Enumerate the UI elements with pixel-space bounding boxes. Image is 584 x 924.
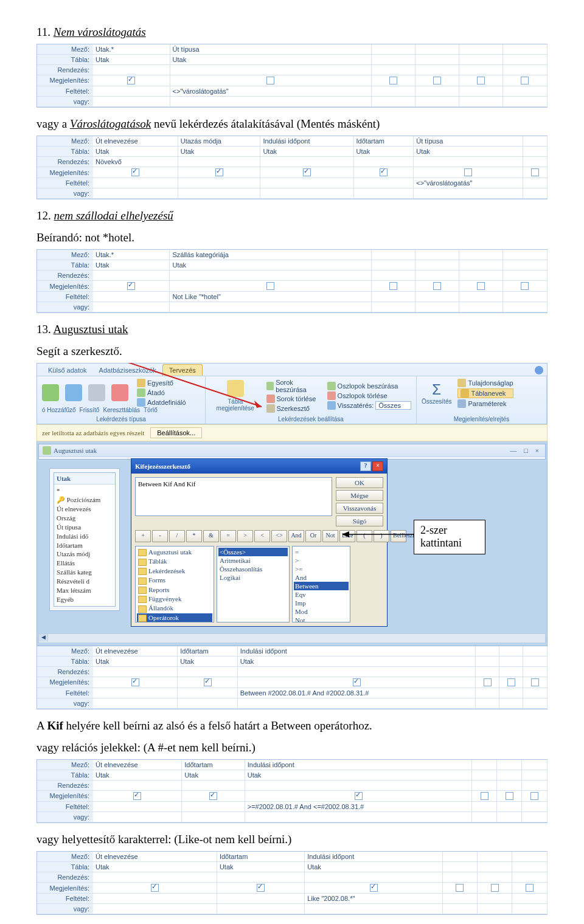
grid-cell[interactable] bbox=[415, 250, 459, 260]
category-item[interactable]: Összehasonlítás bbox=[218, 565, 288, 573]
operator-item[interactable]: Imp bbox=[294, 599, 349, 607]
grid-cell[interactable] bbox=[503, 270, 547, 280]
grid-cell[interactable] bbox=[476, 646, 499, 657]
show-checkbox[interactable] bbox=[266, 77, 274, 84]
expression-operator-list[interactable]: =>>=AndBetweenEqvImpModNotOrXor bbox=[292, 546, 350, 622]
op-button[interactable]: Or bbox=[305, 530, 321, 542]
insert-rows-cmd[interactable]: Sorok beszúrása bbox=[266, 379, 321, 393]
show-checkbox[interactable] bbox=[389, 282, 397, 290]
grid-cell[interactable] bbox=[512, 852, 547, 862]
tree-item[interactable]: Állandók bbox=[137, 604, 212, 613]
show-checkbox[interactable] bbox=[204, 678, 212, 686]
grid-cell[interactable] bbox=[178, 188, 260, 199]
grid-cell[interactable] bbox=[414, 156, 523, 167]
show-checkbox[interactable] bbox=[484, 678, 492, 686]
delete-cols-cmd[interactable]: Oszlopok törlése bbox=[327, 391, 411, 400]
hscrollbar[interactable]: ◀ bbox=[38, 633, 546, 643]
datadef-cmd[interactable]: Adatdefiniáló bbox=[137, 398, 186, 407]
op-button[interactable]: Beillesztés bbox=[391, 530, 406, 542]
grid-cell[interactable] bbox=[93, 904, 217, 914]
grid-cell[interactable] bbox=[415, 270, 459, 280]
dlg-undo-button[interactable]: Visszavonás bbox=[336, 503, 383, 514]
return-cmd[interactable]: Visszatérés: Összes bbox=[327, 401, 411, 410]
grid-cell[interactable] bbox=[415, 44, 459, 55]
grid-cell[interactable] bbox=[305, 904, 443, 914]
grid-cell[interactable] bbox=[523, 656, 547, 666]
grid-cell[interactable]: Utak.* bbox=[93, 250, 170, 260]
dialog-close-icon[interactable]: × bbox=[372, 461, 383, 471]
grid-cell[interactable]: Út elnevezése bbox=[93, 852, 217, 862]
op-button[interactable]: < bbox=[254, 530, 270, 542]
show-checkbox[interactable] bbox=[456, 884, 464, 892]
grid-cell[interactable]: Utak.* bbox=[93, 44, 170, 55]
grid-cell[interactable] bbox=[523, 178, 547, 188]
grid-cell[interactable] bbox=[182, 802, 245, 812]
grid-cell[interactable]: Időtartam bbox=[217, 852, 304, 862]
grid-cell[interactable]: Between #2002.08.01.# And #2002.08.31.# bbox=[237, 688, 476, 698]
grid-cell[interactable] bbox=[503, 250, 547, 260]
grid-cell[interactable] bbox=[245, 780, 472, 790]
grid-cell[interactable] bbox=[522, 802, 547, 812]
grid-cell[interactable] bbox=[497, 812, 522, 822]
operator-item[interactable]: >= bbox=[294, 565, 349, 573]
grid-cell[interactable] bbox=[170, 64, 372, 75]
grid-cell[interactable] bbox=[472, 812, 497, 822]
grid-cell[interactable] bbox=[260, 178, 353, 188]
grid-cell[interactable] bbox=[522, 780, 547, 790]
grid-cell[interactable] bbox=[178, 698, 237, 709]
delete-rows-cmd[interactable]: Sorok törlése bbox=[266, 395, 321, 403]
parameters-cmd[interactable]: Paraméterek bbox=[457, 399, 513, 408]
show-checkbox[interactable] bbox=[521, 282, 529, 290]
op-button[interactable]: ( bbox=[356, 530, 372, 542]
field-item[interactable]: Időtartam bbox=[57, 541, 113, 550]
grid-cell[interactable]: Utak bbox=[245, 770, 472, 780]
op-button[interactable]: + bbox=[135, 530, 151, 542]
grid-cell[interactable]: Utak bbox=[217, 861, 304, 872]
grid-cell[interactable] bbox=[372, 302, 415, 312]
show-checkbox[interactable] bbox=[215, 168, 223, 176]
expression-category-list[interactable]: <Összes>AritmetikaiÖsszehasonlításLogika… bbox=[217, 546, 290, 622]
show-checkbox[interactable] bbox=[209, 792, 217, 800]
grid-cell[interactable]: Utak bbox=[305, 861, 443, 872]
grid-cell[interactable]: Indulási időpont bbox=[237, 646, 476, 657]
operator-item[interactable]: Mod bbox=[294, 607, 349, 616]
grid-cell[interactable] bbox=[442, 872, 477, 882]
grid-cell[interactable] bbox=[93, 97, 170, 107]
dlg-ok-button[interactable]: OK bbox=[336, 477, 383, 488]
insert-cols-cmd[interactable]: Oszlopok beszúrása bbox=[327, 382, 411, 390]
grid-cell[interactable] bbox=[93, 802, 182, 812]
grid-cell[interactable] bbox=[372, 54, 415, 64]
grid-cell[interactable] bbox=[178, 178, 260, 188]
op-button[interactable]: Not bbox=[322, 530, 338, 542]
grid-cell[interactable] bbox=[237, 698, 476, 709]
grid-cell[interactable] bbox=[512, 904, 547, 914]
passthrough-cmd[interactable]: Átadó bbox=[137, 388, 186, 397]
show-checkbox[interactable] bbox=[133, 792, 141, 800]
grid-cell[interactable] bbox=[178, 688, 237, 698]
show-checkbox[interactable] bbox=[491, 884, 499, 892]
op-button[interactable]: - bbox=[152, 530, 168, 542]
show-checkbox[interactable] bbox=[266, 282, 274, 290]
grid-cell[interactable] bbox=[497, 802, 522, 812]
grid-cell[interactable] bbox=[512, 894, 547, 904]
grid-cell[interactable] bbox=[415, 64, 459, 75]
grid-cell[interactable] bbox=[476, 698, 499, 709]
update-icon[interactable] bbox=[65, 384, 82, 401]
grid-cell[interactable]: Növekvő bbox=[93, 156, 178, 167]
tree-item[interactable]: Reports bbox=[137, 585, 212, 595]
grid-cell[interactable]: <>"városlátogatás" bbox=[414, 178, 523, 188]
operator-item[interactable]: And bbox=[294, 573, 349, 582]
category-item[interactable]: <Összes> bbox=[218, 548, 288, 556]
dlg-cancel-button[interactable]: Mégse bbox=[336, 490, 383, 501]
grid-cell[interactable] bbox=[472, 760, 497, 770]
grid-cell[interactable]: >=#2002.08.01.# And <=#2002.08.31.# bbox=[245, 802, 472, 812]
grid-cell[interactable] bbox=[170, 302, 372, 312]
grid-cell[interactable] bbox=[93, 666, 178, 677]
show-checkbox[interactable] bbox=[506, 792, 513, 800]
grid-cell[interactable] bbox=[372, 260, 415, 270]
grid-cell[interactable] bbox=[305, 872, 443, 882]
grid-cell[interactable] bbox=[415, 292, 459, 302]
field-item[interactable]: Részvételi d bbox=[57, 577, 113, 586]
show-checkbox[interactable] bbox=[353, 678, 361, 686]
grid-cell[interactable] bbox=[353, 188, 414, 199]
